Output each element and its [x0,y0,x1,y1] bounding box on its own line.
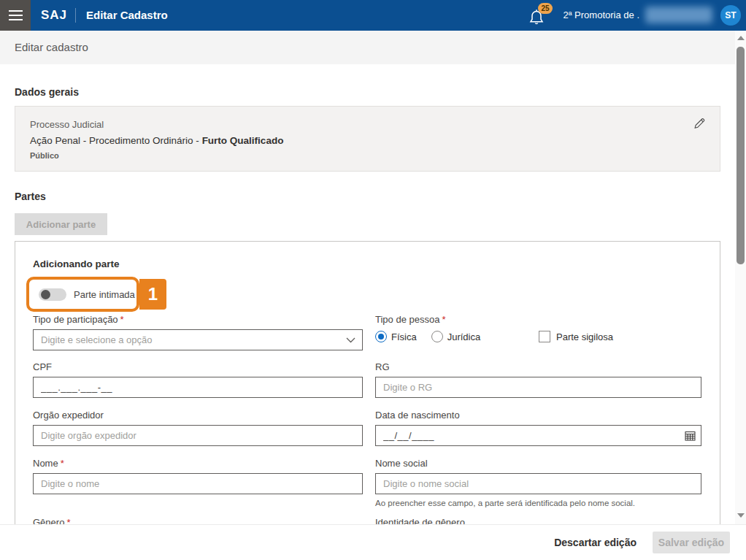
tipo-participacao-label: Tipo de participação* [33,314,363,325]
promotoria-label: 2ª Promotoria de . [563,0,639,31]
notification-count-badge: 25 [538,3,553,14]
user-avatar[interactable]: ST [720,5,741,26]
breadcrumb: Editar cadastro [15,31,88,64]
processo-class: Ação Penal - Procedimento Ordinário - Fu… [30,135,283,146]
processo-type: Processo Judicial [30,119,104,130]
required-asterisk: * [120,314,124,325]
radio-fisica-label: Física [391,331,417,342]
parte-intimada-toggle[interactable] [39,288,66,301]
radio-fisica[interactable] [375,331,387,342]
calendar-icon[interactable] [685,430,696,441]
scroll-down-arrow-icon[interactable] [737,513,745,518]
field-nome: Nome* [33,458,363,494]
data-nascimento-input[interactable] [375,425,701,446]
nome-social-input[interactable] [375,473,701,494]
adicionar-parte-button[interactable]: Adicionar parte [15,213,107,235]
app-header: SAJ Editar Cadastro 25 2ª Promotoria de … [0,0,746,31]
field-orgao-expedidor: Orgão expedidor [33,410,363,446]
nome-label: Nome* [33,458,363,469]
nome-input[interactable] [33,473,363,494]
parte-intimada-label: Parte intimada [74,289,135,300]
parte-intimada-highlight: Parte intimada [26,277,139,312]
processo-visibility: Público [30,151,59,160]
required-asterisk: * [442,314,445,325]
required-asterisk: * [61,458,64,469]
tipo-participacao-select[interactable] [33,329,363,350]
radio-juridica-label: Jurídica [447,331,481,342]
action-footer: Descartar edição Salvar edição [0,524,746,560]
salvar-edicao-button[interactable]: Salvar edição [653,532,730,553]
annotation-step-badge: 1 [139,279,166,310]
scrollbar-thumb[interactable] [737,47,745,264]
orgao-expedidor-label: Orgão expedidor [33,410,363,421]
parte-sigilosa-label: Parte sigilosa [556,331,613,342]
tipo-pessoa-label: Tipo de pessoa* [375,314,701,325]
nome-social-label: Nome social [375,458,701,469]
scroll-up-arrow-icon[interactable] [737,36,745,40]
header-divider [75,8,76,23]
processo-class-prefix: Ação Penal - Procedimento Ordinário - [30,135,202,146]
field-nome-social: Nome social [375,458,701,494]
panel-title: Adicionando parte [33,258,120,269]
field-tipo-participacao: Tipo de participação* [33,314,363,350]
toggle-knob-icon [41,290,50,299]
nome-social-helper: Ao preencher esse campo, a parte será id… [375,499,701,507]
parte-sigilosa-checkbox[interactable] [539,331,550,342]
app-logo: SAJ [41,0,67,31]
data-nascimento-label: Data de nascimento [375,410,701,421]
processo-class-crime: Furto Qualificado [202,135,284,146]
vertical-scrollbar[interactable] [735,31,746,524]
adicionando-parte-panel: Adicionando parte Parte intimada 1 Tipo … [15,241,720,527]
redacted-user-name [645,7,712,23]
field-rg: RG [375,361,701,398]
rg-label: RG [375,361,701,372]
breadcrumb-band: Editar cadastro [0,31,746,64]
processo-summary-card: Processo Judicial Ação Penal - Procedime… [15,106,720,172]
dados-gerais-heading: Dados gerais [15,86,79,98]
editar-cadastro-screen: SAJ Editar Cadastro 25 2ª Promotoria de … [0,0,746,560]
notification-bell-icon[interactable]: 25 [528,4,553,28]
field-cpf: CPF [33,361,363,398]
rg-input[interactable] [375,377,701,398]
parte-sigilosa-group: Parte sigilosa [539,331,613,342]
cpf-input[interactable] [33,377,363,398]
edit-pencil-icon[interactable] [692,116,707,131]
field-data-nascimento: Data de nascimento [375,410,701,446]
radio-juridica[interactable] [431,331,443,342]
cpf-label: CPF [33,361,363,372]
orgao-expedidor-input[interactable] [33,425,363,446]
hamburger-menu-icon[interactable] [0,0,31,31]
partes-heading: Partes [15,191,46,202]
descartar-edicao-button[interactable]: Descartar edição [544,532,647,553]
page-title: Editar Cadastro [86,0,168,31]
